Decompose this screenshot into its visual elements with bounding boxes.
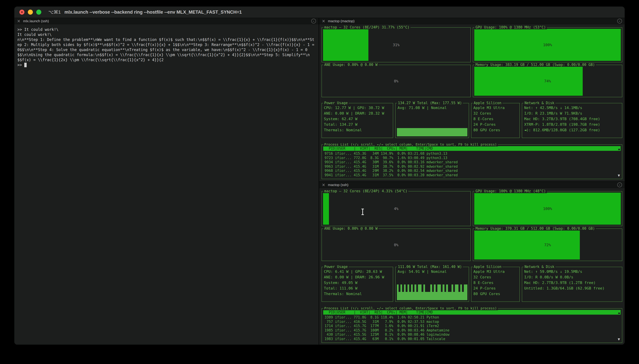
close-icon[interactable]: ×: [322, 19, 325, 23]
gpu-gauge-title: GPU Usage: 100% @ 1380 MHz (53°C): [474, 25, 547, 29]
tab-title-mlx-launch[interactable]: mlx.launch (ssh): [23, 19, 49, 23]
network-disk-lines: Net: ↑ 42.5MB/s ↓ 14.1MB/sI/O: R 23.1MB/…: [522, 103, 622, 134]
scroll-down-icon[interactable]: ▼: [618, 338, 620, 341]
pane-menu-icon[interactable]: ⋯: [311, 19, 316, 24]
pane-menu-icon[interactable]: ⋯: [617, 182, 622, 187]
apple-silicon-lines: Apple M3 Ultra32 Cores8 E-Cores24 P-Core…: [471, 103, 519, 134]
cpu-gauge-label: 4%: [394, 206, 398, 211]
network-disk-title: Network & Disk: [523, 101, 555, 105]
network-disk-title: Network & Disk: [523, 265, 555, 269]
power-history-title: 134.27 W Total (Max: 177.55 W): [397, 101, 463, 105]
power-history-box: 134.27 W Total (Max: 177.55 W) Avg: 71.0…: [395, 103, 469, 138]
power-history-title: 111.06 W Total (Max: 161.40 W): [397, 265, 463, 269]
gpu-gauge-label: 100%: [543, 43, 552, 47]
right-column: × mactop (mactop) ⋯ mactop — 32 Cores (8…: [319, 18, 625, 344]
process-list-rows: 3309 ifior... 771.8G 8.1G 118.4% 1.6% 02…: [322, 314, 622, 341]
pane-mactop-local: × mactop (mactop) ⋯ mactop — 32 Cores (8…: [319, 18, 625, 182]
memory-gauge-fill: [474, 66, 583, 96]
cpu-gauge-fill: [323, 29, 368, 61]
power-usage-lines: CPU: 6.41 W | GPU: 28.63 WANE: 0.00 W | …: [322, 267, 393, 298]
network-disk-lines: Net: ↑ 59.0MB/s ↓ 19.5MB/sI/O: R 0.0B/s …: [522, 267, 622, 293]
power-history-chart: [397, 111, 467, 136]
terminal-cursor: [24, 63, 27, 67]
apple-silicon-title: Apple Silicon: [473, 265, 502, 269]
apple-silicon-lines: Apple M3 Ultra32 Cores8 E-Cores24 P-Core…: [471, 267, 519, 298]
ane-gauge-label: 0%: [394, 243, 398, 247]
close-icon[interactable]: ×: [17, 19, 21, 23]
cpu-gauge-fill: [323, 192, 329, 225]
ane-gauge-title: ANE Usage: 0.00% @ 0.00 W: [323, 63, 378, 67]
process-list-title: Process List (↑/↓ scroll, ←/→ select col…: [323, 306, 498, 310]
apple-silicon-box: Apple Silicon Apple M3 Ultra32 Cores8 E-…: [471, 103, 520, 138]
memory-usage-gauge: Memory Usage: 370.31 GB / 512.00 GB (Swa…: [473, 228, 622, 261]
pane-mactop-ssh: × mactop (ssh) ⋯ mactop — 32 Cores (8E/2…: [319, 182, 625, 344]
close-icon[interactable]: ×: [322, 183, 325, 187]
window-title: ⌥⌘1mlx.launch --verbose --backend ring -…: [48, 10, 242, 15]
gpu-gauge-label: 100%: [543, 206, 552, 211]
ane-gauge-title: ANE Usage: 0.00% @ 0.00 W: [323, 226, 378, 230]
iterm-window: ⌥⌘1mlx.launch --verbose --backend ring -…: [14, 6, 625, 344]
left-pane-tab-bar: × mlx.launch (ssh) ⋯: [14, 18, 319, 24]
network-disk-box: Network & Disk Net: ↑ 42.5MB/s ↓ 14.1MB/…: [522, 103, 622, 138]
memory-gauge-label: 72%: [544, 243, 551, 247]
pane-menu-icon[interactable]: ⋯: [617, 19, 622, 24]
window-title-text: mlx.launch --verbose --backend ring --ho…: [65, 10, 242, 15]
process-list-rows: 9716 ifior... 415.3G 34M 134.9% 0.0% 03:…: [322, 151, 622, 177]
traffic-lights: [20, 10, 41, 15]
power-history-chart: [397, 275, 467, 300]
pane-mlx-launch: × mlx.launch (ssh) ⋯ >> It could work!\I…: [14, 18, 319, 344]
desktop: ⌥⌘1mlx.launch --verbose --backend ring -…: [0, 0, 639, 364]
power-usage-title: Power Usage: [323, 101, 349, 105]
cpu-gauge-label: 31%: [393, 43, 400, 47]
memory-gauge-fill: [474, 230, 580, 260]
minimize-window-button[interactable]: [28, 10, 33, 15]
top-pane-tab-bar: × mactop (mactop) ⋯: [319, 18, 625, 24]
gpu-gauge-title: GPU Usage: 100% @ 1380 MHz (48°C): [474, 189, 547, 193]
ane-usage-gauge: ANE Usage: 0.00% @ 0.00 W 0%: [322, 228, 471, 261]
tab-shortcut-badge: ⌥⌘1: [48, 10, 61, 15]
prompt-label: >>: [17, 62, 24, 68]
tab-title-mactop-ssh[interactable]: mactop (ssh): [328, 183, 348, 187]
memory-gauge-title: Memory Usage: 383.19 GB / 512.00 GB (Swa…: [474, 63, 596, 67]
scroll-down-icon[interactable]: ▼: [618, 174, 620, 177]
terminal-output-mlx[interactable]: >> It could work!\It could work!\n\n**St…: [14, 24, 319, 344]
cpu-gauge-title: mactop — 32 Cores (8E/24P) 4.31% (54°C): [323, 189, 408, 193]
mactop-monitor-top[interactable]: mactop — 32 Cores (8E/24P) 31.77% (55°C)…: [319, 24, 625, 182]
memory-usage-gauge: Memory Usage: 383.19 GB / 512.00 GB (Swa…: [473, 65, 622, 97]
network-disk-box: Network & Disk Net: ↑ 59.0MB/s ↓ 19.5MB/…: [522, 267, 622, 302]
zoom-window-button[interactable]: [36, 10, 41, 15]
mouse-cursor-ibeam: [362, 209, 363, 215]
process-list-title: Process List (↑/↓ scroll, ←/→ select col…: [323, 142, 498, 146]
memory-gauge-title: Memory Usage: 370.31 GB / 512.00 GB (Swa…: [474, 226, 596, 230]
cpu-usage-gauge: mactop — 32 Cores (8E/24P) 4.31% (54°C) …: [322, 191, 471, 226]
ane-usage-gauge: ANE Usage: 0.00% @ 0.00 W 0%: [322, 65, 471, 97]
close-window-button[interactable]: [20, 10, 25, 15]
mactop-monitor-bottom[interactable]: mactop — 32 Cores (8E/24P) 4.31% (54°C) …: [319, 188, 625, 344]
process-list-header[interactable]: PID|USER | VIRT| RES| CPU↓| MEM| TIME|CM…: [323, 146, 621, 151]
ane-gauge-label: 0%: [394, 79, 398, 83]
gpu-usage-gauge: GPU Usage: 100% @ 1380 MHz (48°C) 100%: [473, 191, 622, 226]
memory-gauge-label: 74%: [544, 79, 551, 83]
process-list-box[interactable]: Process List (↑/↓ scroll, ←/→ select col…: [322, 308, 622, 343]
bottom-pane-tab-bar: × mactop (ssh) ⋯: [319, 182, 625, 188]
power-usage-box: Power Usage CPU: 12.77 W | GPU: 30.72 WA…: [322, 103, 393, 138]
gpu-usage-gauge: GPU Usage: 100% @ 1380 MHz (53°C) 100%: [473, 27, 622, 62]
terminal-prompt-line: >>: [17, 62, 316, 68]
apple-silicon-title: Apple Silicon: [473, 101, 502, 105]
power-usage-lines: CPU: 12.77 W | GPU: 30.72 WANE: 0.00 W |…: [322, 103, 393, 134]
terminal-lines: >> It could work!\It could work!\n\n**St…: [17, 27, 316, 62]
split-panes: × mlx.launch (ssh) ⋯ >> It could work!\I…: [14, 18, 625, 344]
apple-silicon-box: Apple Silicon Apple M3 Ultra32 Cores8 E-…: [471, 267, 520, 302]
power-usage-box: Power Usage CPU: 6.41 W | GPU: 28.63 WAN…: [322, 267, 393, 302]
cpu-usage-gauge: mactop — 32 Cores (8E/24P) 31.77% (55°C)…: [322, 27, 471, 62]
window-titlebar[interactable]: ⌥⌘1mlx.launch --verbose --backend ring -…: [14, 6, 625, 18]
process-list-header[interactable]: PID|USER | VIRT| RES| CPU↓| MEM| TIME|CM…: [323, 310, 621, 314]
tab-title-mactop-mactop[interactable]: mactop (mactop): [328, 19, 355, 23]
power-history-box: 111.06 W Total (Max: 161.40 W) Avg: 54.9…: [395, 267, 469, 302]
power-usage-title: Power Usage: [323, 265, 349, 269]
process-list-box[interactable]: Process List (↑/↓ scroll, ←/→ select col…: [322, 144, 622, 179]
cpu-gauge-title: mactop — 32 Cores (8E/24P) 31.77% (55°C): [323, 25, 411, 29]
